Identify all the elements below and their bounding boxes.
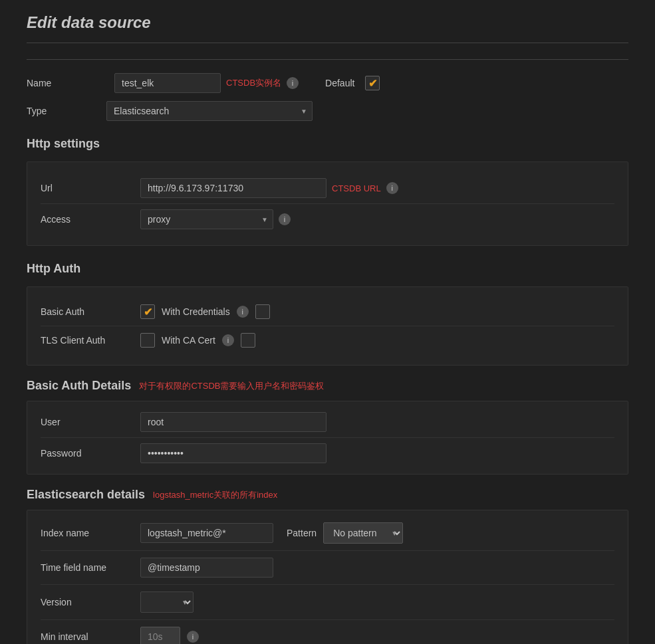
password-input[interactable] <box>140 443 327 463</box>
with-ca-cert-info-icon[interactable]: i <box>222 334 234 346</box>
access-select[interactable]: proxy direct <box>140 209 273 229</box>
ca-cert-checkbox[interactable] <box>241 333 255 348</box>
url-label: Url <box>41 183 140 193</box>
min-interval-input[interactable] <box>140 627 180 644</box>
name-annotation: CTSDB实例名 <box>226 77 281 89</box>
min-interval-label: Min interval <box>41 631 140 642</box>
with-credentials-checkbox[interactable] <box>255 304 270 319</box>
http-settings-title: Http settings <box>27 137 628 151</box>
version-label: Version <box>41 597 140 607</box>
with-credentials-info-icon[interactable]: i <box>237 306 249 318</box>
time-field-label: Time field name <box>41 562 140 573</box>
user-input[interactable] <box>140 412 327 432</box>
min-interval-info-icon[interactable]: i <box>187 631 199 643</box>
basic-auth-label: Basic Auth <box>41 306 140 317</box>
es-annotation: logstash_metric关联的所有index <box>153 489 277 501</box>
type-label: Type <box>27 106 106 116</box>
user-label: User <box>41 417 140 427</box>
with-ca-cert-label: With CA Cert <box>162 335 215 346</box>
page-title: Edit data source <box>27 13 628 43</box>
basic-auth-annotation: 对于有权限的CTSDB需要输入用户名和密码鉴权 <box>139 380 324 392</box>
http-auth-title: Http Auth <box>27 262 628 276</box>
type-select[interactable]: Elasticsearch InfluxDB Graphite <box>106 101 313 121</box>
basic-auth-details-title: Basic Auth Details <box>27 379 131 393</box>
pattern-select[interactable]: No pattern Daily Weekly Monthly Yearly <box>323 522 403 544</box>
basic-auth-checkbox[interactable]: ✔ <box>140 304 155 319</box>
password-label: Password <box>41 448 140 459</box>
pattern-label: Pattern <box>287 528 317 538</box>
check-mark-icon: ✔ <box>368 77 377 90</box>
es-details-title: Elasticsearch details <box>27 488 145 502</box>
access-label: Access <box>41 214 140 225</box>
name-input[interactable] <box>114 73 221 93</box>
tls-label: TLS Client Auth <box>41 335 140 346</box>
default-label: Default <box>325 78 354 88</box>
tls-checkbox[interactable] <box>140 333 155 348</box>
access-info-icon[interactable]: i <box>279 213 291 225</box>
url-info-icon[interactable]: i <box>386 182 398 194</box>
default-checkbox[interactable]: ✔ <box>365 76 380 90</box>
url-input[interactable] <box>140 178 327 198</box>
name-label: Name <box>27 78 106 88</box>
basic-auth-check-icon: ✔ <box>144 306 152 318</box>
index-name-label: Index name <box>41 528 140 538</box>
index-name-input[interactable] <box>140 523 273 543</box>
name-info-icon[interactable]: i <box>287 77 299 89</box>
with-credentials-label: With Credentials <box>162 306 230 317</box>
version-select[interactable]: 2.x 5.x 6.x <box>140 591 194 613</box>
time-field-input[interactable] <box>140 558 273 578</box>
url-annotation: CTSDB URL <box>332 183 381 193</box>
